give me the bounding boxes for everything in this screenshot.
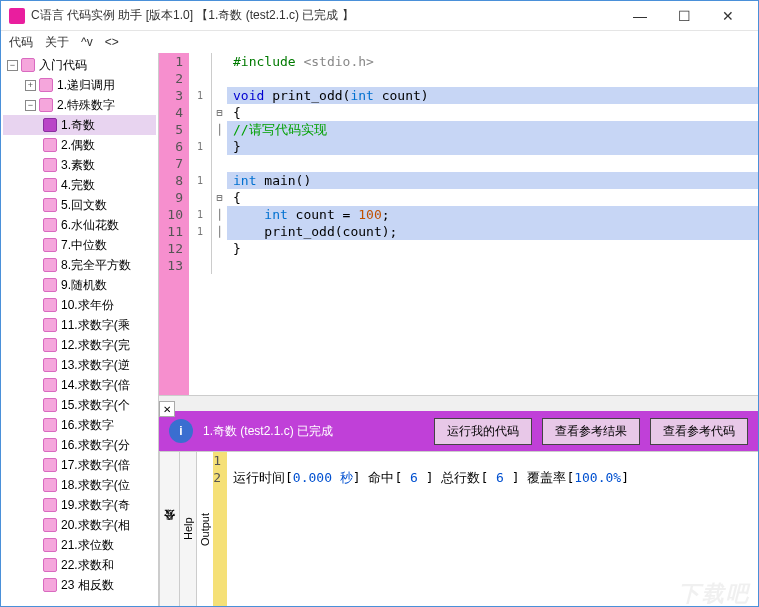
file-icon <box>43 358 57 372</box>
status-label: 1.奇数 (test2.1.c) 已完成 <box>203 423 424 440</box>
file-icon <box>43 538 57 552</box>
tree-leaf[interactable]: 5.回文数 <box>3 195 156 215</box>
menu-about[interactable]: 关于 <box>45 34 69 51</box>
minimize-button[interactable]: — <box>618 2 662 30</box>
run-code-button[interactable]: 运行我的代码 <box>434 418 532 445</box>
output-text: 运行时间[0.000 秒] 命中[ 6 ] 总行数[ 6 ] 覆盖率[100.0… <box>227 452 758 606</box>
tree-root[interactable]: −入门代码 <box>3 55 156 75</box>
file-icon <box>43 338 57 352</box>
tree-leaf[interactable]: 6.水仙花数 <box>3 215 156 235</box>
file-icon <box>43 558 57 572</box>
tab-wechat[interactable]: 公众号 <box>159 452 179 606</box>
code-area[interactable]: #include <stdio.h>void print_odd(int cou… <box>227 53 758 395</box>
tree-leaf[interactable]: 7.中位数 <box>3 235 156 255</box>
expand-icon[interactable]: + <box>25 80 36 91</box>
tree-leaf[interactable]: 3.素数 <box>3 155 156 175</box>
file-icon <box>43 238 57 252</box>
view-ref-output-button[interactable]: 查看参考结果 <box>542 418 640 445</box>
tree-leaf[interactable]: 22.求数和 <box>3 555 156 575</box>
output-panel: 公众号 Help Output 12 运行时间[0.000 秒] 命中[ 6 ]… <box>159 451 758 606</box>
menu-nav[interactable]: <> <box>105 35 119 49</box>
tree-leaf[interactable]: 2.偶数 <box>3 135 156 155</box>
file-icon <box>43 198 57 212</box>
fold-gutter[interactable]: ⊟│⊟││ <box>211 53 227 395</box>
file-icon <box>43 298 57 312</box>
collapse-icon[interactable]: − <box>7 60 18 71</box>
app-logo-icon <box>9 8 25 24</box>
file-icon <box>43 278 57 292</box>
tab-output[interactable]: Output <box>196 452 213 606</box>
titlebar: C语言 代码实例 助手 [版本1.0] 【1.奇数 (test2.1.c) 已完… <box>1 1 758 31</box>
file-icon <box>43 258 57 272</box>
tree-leaf[interactable]: 8.完全平方数 <box>3 255 156 275</box>
tree-leaf[interactable]: 20.求数字(相 <box>3 515 156 535</box>
tree-leaf[interactable]: 11.求数字(乘 <box>3 315 156 335</box>
folder-icon <box>39 78 53 92</box>
file-icon <box>43 498 57 512</box>
tree-leaf[interactable]: 4.完数 <box>3 175 156 195</box>
collapse-icon[interactable]: − <box>25 100 36 111</box>
app-window: C语言 代码实例 助手 [版本1.0] 【1.奇数 (test2.1.c) 已完… <box>0 0 759 607</box>
tree-group-2[interactable]: −2.特殊数字 <box>3 95 156 115</box>
file-icon <box>43 478 57 492</box>
tab-help[interactable]: Help <box>179 452 196 606</box>
view-ref-code-button[interactable]: 查看参考代码 <box>650 418 748 445</box>
tree-leaf[interactable]: 1.奇数 <box>3 115 156 135</box>
file-icon <box>43 438 57 452</box>
maximize-button[interactable]: ☐ <box>662 2 706 30</box>
menu-updown[interactable]: ^v <box>81 35 93 49</box>
file-icon <box>43 418 57 432</box>
tree-leaf[interactable]: 17.求数字(倍 <box>3 455 156 475</box>
folder-icon <box>21 58 35 72</box>
menubar: 代码 关于 ^v <> <box>1 31 758 53</box>
action-bar: ✕ i 1.奇数 (test2.1.c) 已完成 运行我的代码 查看参考结果 查… <box>159 411 758 451</box>
tree-leaf[interactable]: 23 相反数 <box>3 575 156 595</box>
panel-close-icon[interactable]: ✕ <box>159 401 175 417</box>
file-icon <box>43 578 57 592</box>
file-icon <box>43 138 57 152</box>
tree-group-1[interactable]: +1.递归调用 <box>3 75 156 95</box>
tree-leaf[interactable]: 12.求数字(完 <box>3 335 156 355</box>
tree-leaf[interactable]: 16.求数字(分 <box>3 435 156 455</box>
editor-hscrollbar[interactable] <box>159 395 758 411</box>
close-button[interactable]: ✕ <box>706 2 750 30</box>
menu-code[interactable]: 代码 <box>9 34 33 51</box>
file-icon <box>43 378 57 392</box>
file-icon <box>43 178 57 192</box>
tree-leaf[interactable]: 16.求数字 <box>3 415 156 435</box>
watermark: 下载吧 <box>678 585 750 602</box>
tree-leaf[interactable]: 14.求数字(倍 <box>3 375 156 395</box>
file-icon <box>43 118 57 132</box>
tree-leaf[interactable]: 19.求数字(奇 <box>3 495 156 515</box>
tree-leaf[interactable]: 9.随机数 <box>3 275 156 295</box>
output-editor[interactable]: 12 运行时间[0.000 秒] 命中[ 6 ] 总行数[ 6 ] 覆盖率[10… <box>199 452 758 606</box>
marker-gutter: 11111 <box>189 53 211 395</box>
tree-leaf[interactable]: 13.求数字(逆 <box>3 355 156 375</box>
output-vtabs: 公众号 Help Output <box>159 452 199 606</box>
file-icon <box>43 218 57 232</box>
file-icon <box>43 318 57 332</box>
line-number-gutter: 12345678910111213 <box>159 53 189 395</box>
file-icon <box>43 458 57 472</box>
tree-leaf[interactable]: 10.求年份 <box>3 295 156 315</box>
code-editor[interactable]: 12345678910111213 11111 ⊟│⊟││ #include <… <box>159 53 758 395</box>
tree-leaf[interactable]: 21.求位数 <box>3 535 156 555</box>
window-title: C语言 代码实例 助手 [版本1.0] 【1.奇数 (test2.1.c) 已完… <box>31 7 618 24</box>
tree-leaf[interactable]: 15.求数字(个 <box>3 395 156 415</box>
file-icon <box>43 158 57 172</box>
info-icon: i <box>169 419 193 443</box>
file-icon <box>43 518 57 532</box>
sidebar-tree[interactable]: −入门代码 +1.递归调用 −2.特殊数字 1.奇数2.偶数3.素数4.完数5.… <box>1 53 159 606</box>
file-icon <box>43 398 57 412</box>
tree-leaf[interactable]: 18.求数字(位 <box>3 475 156 495</box>
folder-icon <box>39 98 53 112</box>
